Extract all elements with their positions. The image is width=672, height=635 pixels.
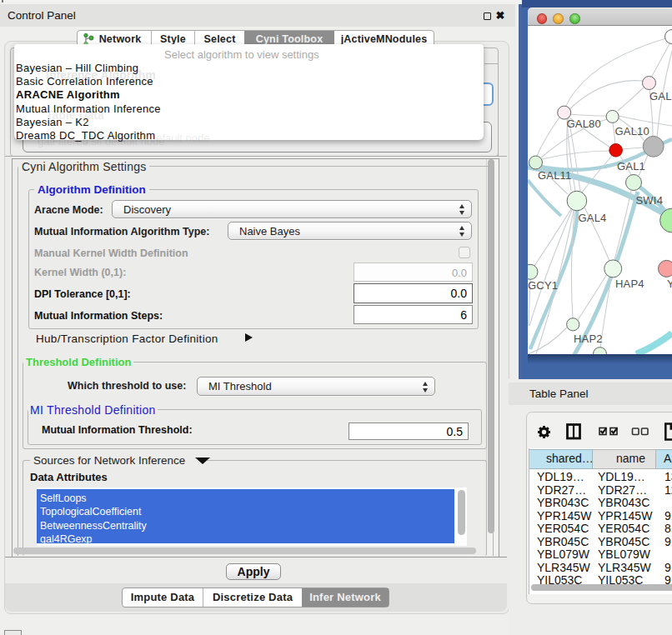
svg-text:GAL4: GAL4 — [579, 212, 607, 224]
svg-text:GAL1: GAL1 — [617, 160, 645, 172]
svg-text:GAL11: GAL11 — [538, 169, 572, 182]
svg-text:HAP2: HAP2 — [574, 332, 603, 345]
svg-text:GAL: GAL — [649, 90, 672, 102]
svg-text:GAL10: GAL10 — [615, 125, 649, 138]
svg-text:Y: Y — [667, 278, 672, 290]
svg-text:HAP4: HAP4 — [615, 278, 644, 290]
svg-text:GAL80: GAL80 — [567, 118, 601, 130]
svg-text:GCY1: GCY1 — [528, 279, 558, 292]
svg-text:SWI4: SWI4 — [636, 194, 664, 207]
